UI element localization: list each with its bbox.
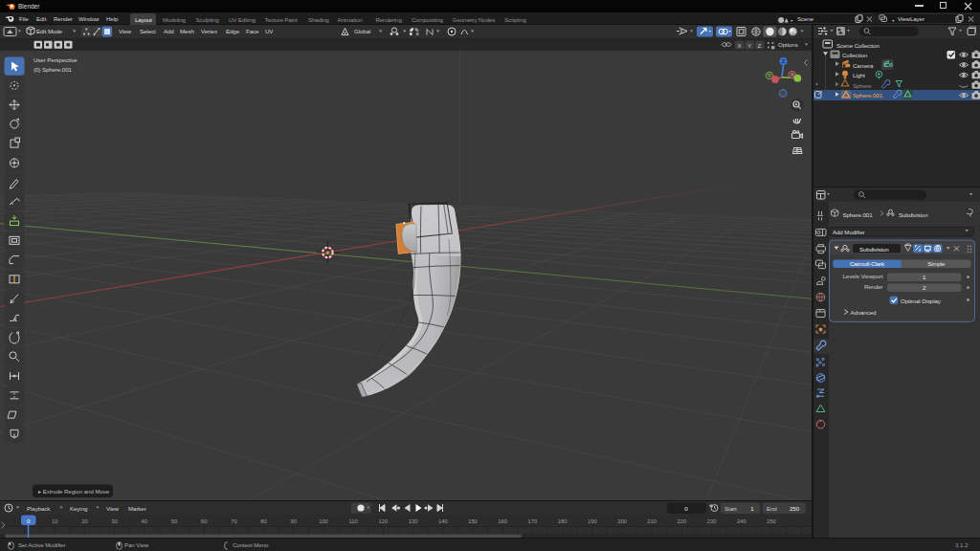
svg-text:X: X: [791, 72, 794, 77]
svg-text:230: 230: [707, 518, 717, 524]
svg-text:Z: Z: [782, 58, 786, 64]
svg-text:Sphere.001: Sphere.001: [853, 92, 883, 99]
svg-text:130: 130: [409, 518, 418, 524]
svg-text:▸ Extrude Region and Move: ▸ Extrude Region and Move: [38, 489, 110, 495]
svg-text:220: 220: [678, 518, 687, 524]
svg-text:Simple: Simple: [927, 260, 946, 267]
svg-text:40: 40: [142, 518, 147, 524]
svg-text:Render: Render: [864, 283, 883, 290]
svg-text:Optimal Display: Optimal Display: [901, 298, 942, 304]
svg-text:User Perspective: User Perspective: [33, 56, 78, 63]
svg-text:View: View: [106, 505, 120, 512]
svg-text:Catmull-Clark: Catmull-Clark: [850, 260, 885, 267]
svg-text:50: 50: [171, 518, 177, 524]
svg-text:Light: Light: [853, 72, 865, 78]
svg-text:30: 30: [111, 518, 117, 524]
svg-text:120: 120: [379, 518, 389, 524]
svg-text:Advanced: Advanced: [851, 309, 877, 316]
svg-text:End: End: [767, 505, 777, 512]
svg-text:Playback: Playback: [27, 505, 51, 512]
svg-text:Sphere: Sphere: [853, 82, 872, 89]
svg-text:150: 150: [468, 518, 478, 524]
svg-text:90: 90: [291, 518, 297, 524]
svg-text:Keying: Keying: [70, 505, 88, 512]
svg-text:X: X: [738, 42, 742, 49]
svg-text:(0) Sphere.001: (0) Sphere.001: [33, 66, 73, 73]
svg-text:20: 20: [81, 518, 87, 524]
svg-text:160: 160: [498, 518, 507, 524]
svg-text:Add Modifier: Add Modifier: [833, 229, 865, 235]
svg-text:210: 210: [647, 518, 657, 524]
svg-text:70: 70: [231, 518, 236, 524]
svg-text:Scene Collection: Scene Collection: [836, 42, 880, 49]
svg-text:Camera: Camera: [853, 62, 874, 69]
svg-text:Start: Start: [724, 505, 737, 512]
svg-text:140: 140: [438, 518, 448, 524]
svg-text:250: 250: [790, 505, 800, 512]
svg-text:Levels Viewport: Levels Viewport: [843, 273, 883, 279]
svg-text:Sphere.001: Sphere.001: [843, 211, 874, 218]
svg-text:240: 240: [737, 518, 746, 524]
svg-text:180: 180: [558, 518, 568, 524]
svg-text:Y: Y: [747, 42, 751, 49]
svg-text:Marker: Marker: [128, 505, 146, 512]
svg-text:Z: Z: [758, 42, 762, 49]
svg-text:80: 80: [260, 518, 266, 524]
svg-text:Y: Y: [768, 73, 771, 78]
svg-text:190: 190: [588, 518, 597, 524]
svg-text:10: 10: [52, 518, 57, 524]
svg-text:Subdivision: Subdivision: [859, 246, 889, 253]
svg-text:Collection: Collection: [842, 52, 868, 58]
svg-text:200: 200: [617, 518, 627, 524]
svg-text:60: 60: [201, 518, 207, 524]
svg-text:250: 250: [767, 518, 776, 524]
svg-text:100: 100: [319, 518, 328, 524]
svg-text:110: 110: [349, 518, 358, 524]
svg-text:170: 170: [528, 518, 538, 524]
svg-text:Subdivision: Subdivision: [899, 211, 928, 218]
